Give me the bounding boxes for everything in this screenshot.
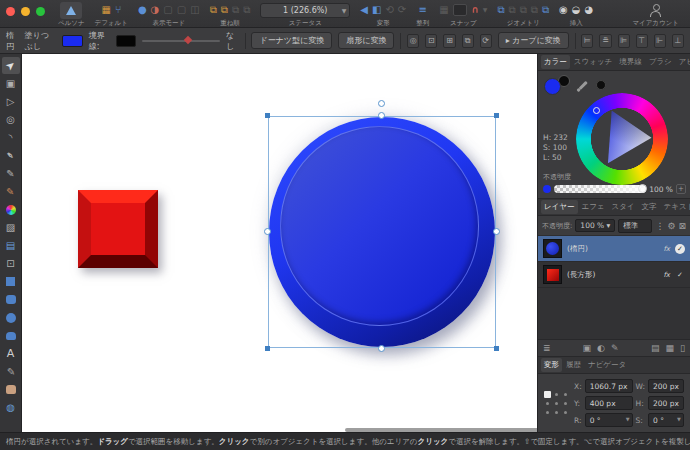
align-top-icon[interactable]: ⊤ (636, 34, 648, 48)
align-right-icon[interactable]: ⊫ (618, 34, 630, 48)
shear-input[interactable]: 0 °▼ (648, 413, 684, 427)
tab-transform[interactable]: 変形 (541, 358, 562, 372)
opacity-slider[interactable] (554, 185, 646, 193)
mask-layer-icon[interactable]: ▣ (583, 343, 592, 353)
align-left-icon[interactable]: ⊨ (581, 34, 593, 48)
tool-zoom[interactable]: ◍ (2, 399, 20, 416)
designer-persona-button[interactable] (60, 2, 82, 19)
h-input[interactable]: 200 px (648, 396, 684, 410)
selection-handle-bottom-left[interactable] (265, 346, 270, 351)
to-front-icon[interactable]: ⧉ (210, 3, 217, 17)
tab-stroke[interactable]: 境界線 (616, 55, 645, 69)
align-icon[interactable]: ≡ (419, 3, 427, 17)
opacity-options-button[interactable]: + (676, 184, 686, 194)
fx-badge[interactable]: fx (663, 271, 670, 279)
anchor-point-selector[interactable] (543, 390, 569, 416)
layer-visibility-checkbox[interactable]: ✓ (675, 244, 685, 254)
close-window-button[interactable] (6, 7, 15, 16)
blend-options-icon[interactable]: ⋮ (655, 221, 664, 231)
tab-color[interactable]: カラー (541, 55, 570, 69)
tool-vector-brush[interactable]: ✏ (2, 183, 20, 200)
delete-layer-icon[interactable]: ▯ (680, 343, 685, 353)
align-bottom-icon[interactable]: ⊥ (672, 34, 684, 48)
retina-view-icon[interactable]: ▢ (163, 3, 172, 17)
selection-handle-right-mid[interactable] (493, 228, 500, 235)
grid-icon[interactable]: ▦ (439, 3, 448, 17)
gear-icon[interactable]: ⚙ (667, 221, 675, 231)
tool-vector-crop[interactable]: ⊡ (2, 255, 20, 272)
tab-styles[interactable]: スタイ (609, 200, 638, 214)
selection-handle-top-mid[interactable] (378, 112, 385, 119)
tool-fill-gradient[interactable] (2, 201, 20, 218)
insert-behind-icon[interactable]: ◉ (559, 3, 568, 17)
hue-marker[interactable] (593, 107, 600, 114)
minimize-window-button[interactable] (21, 7, 30, 16)
zoom-level-dropdown[interactable]: 1 (226.6%) ▼ (260, 3, 350, 18)
blend-mode-dropdown[interactable]: 標準 (618, 219, 652, 233)
stroke-width-slider[interactable] (142, 40, 220, 42)
selection-handle-left-mid[interactable] (264, 228, 271, 235)
group-layers-icon[interactable]: ▦ (666, 343, 675, 353)
stroke-width-slider-knob[interactable] (184, 36, 192, 44)
snap-toggle[interactable] (453, 4, 467, 16)
layer-effects-icon[interactable]: ✎ (611, 343, 619, 353)
tool-transparency[interactable]: ▨ (2, 219, 20, 236)
eyedropper-icon[interactable] (579, 81, 588, 90)
convert-to-pie-button[interactable]: 扇形に変換 (338, 32, 394, 49)
tab-brushes[interactable]: ブラシ (646, 55, 675, 69)
align-middle-icon[interactable]: ⊩ (654, 34, 666, 48)
tab-swatches[interactable]: スウォッチ (571, 55, 615, 69)
stroke-color-swatch[interactable] (116, 35, 137, 47)
y-input[interactable]: 400 px (585, 396, 633, 410)
tool-ellipse[interactable] (2, 309, 20, 326)
selection-handle-top-right[interactable] (494, 113, 499, 118)
tool-rounded-rectangle[interactable] (2, 291, 20, 308)
convert-to-donut-button[interactable]: ドーナツ型に変換 (251, 32, 332, 49)
tool-corner[interactable]: ◝ (2, 129, 20, 146)
x-input[interactable]: 1060.7 px (585, 379, 633, 393)
tool-color-picker[interactable]: ✐ (2, 363, 20, 380)
rotate-cw-icon[interactable]: ⟳ (398, 3, 406, 17)
backward-icon[interactable]: ⧉ (232, 3, 239, 17)
picked-color-well[interactable] (596, 80, 606, 90)
my-account-icon[interactable] (650, 4, 662, 17)
to-back-icon[interactable]: ⧉ (243, 3, 250, 17)
selection-handle-top-left[interactable] (265, 113, 270, 118)
convert-to-curves-button[interactable]: ▸ カーブに変換 (498, 32, 569, 49)
vector-view-icon[interactable]: ● (138, 3, 147, 17)
insert-inside-icon[interactable]: ◕ (585, 3, 594, 17)
tool-point-transform[interactable]: ◎ (2, 111, 20, 128)
boolean-add-icon[interactable]: ⧉ (497, 3, 504, 17)
tool-pencil[interactable]: ✎ (2, 165, 20, 182)
tab-text[interactable]: テキスト (661, 200, 690, 214)
red-beveled-square-object[interactable] (78, 190, 158, 268)
layer-row-rectangle[interactable]: (長方形) fx ✓ (538, 262, 690, 288)
tool-rectangle[interactable] (2, 273, 20, 290)
forward-icon[interactable]: ⧉ (221, 3, 228, 17)
tab-history[interactable]: 履歴 (563, 358, 584, 372)
tool-view-hand[interactable] (2, 381, 20, 398)
cycle-icon[interactable]: ⟳ (480, 34, 492, 48)
snap-options-caret-icon[interactable]: ▼ (483, 3, 488, 17)
tool-place-image[interactable]: ▤ (2, 237, 20, 254)
boolean-subtract-icon[interactable]: ⧉ (509, 3, 516, 17)
selection-handle-bottom-mid[interactable] (378, 345, 385, 352)
fill-stroke-indicator[interactable] (544, 75, 570, 95)
fill-color-circle[interactable] (544, 78, 561, 95)
insert-vertex-icon[interactable]: ◎ (407, 34, 419, 48)
new-layer-icon[interactable]: ▤ (651, 343, 660, 353)
layer-row-ellipse[interactable]: (楕円) fx ✓ (538, 236, 690, 262)
zoom-window-button[interactable] (36, 7, 45, 16)
insert-top-icon[interactable]: ◒ (572, 3, 581, 17)
tab-layers[interactable]: レイヤー (541, 200, 578, 214)
flip-horizontal-icon[interactable]: ◀ (360, 3, 368, 17)
merge-icon[interactable]: ⊞ (443, 34, 455, 48)
outline-view-icon[interactable]: ▢ (177, 3, 186, 17)
sync-defaults-icon[interactable]: ⑂ (115, 3, 121, 17)
tab-appearance[interactable]: アピアランス (676, 55, 690, 69)
lock-icon[interactable]: ⊠ (678, 221, 686, 231)
swatch-grid-icon[interactable]: ▦ (102, 3, 111, 17)
tool-pen[interactable]: ✒ (2, 147, 20, 164)
flip-vertical-icon[interactable]: ◧ (372, 3, 381, 17)
separate-icon[interactable]: ⧉ (462, 34, 474, 48)
